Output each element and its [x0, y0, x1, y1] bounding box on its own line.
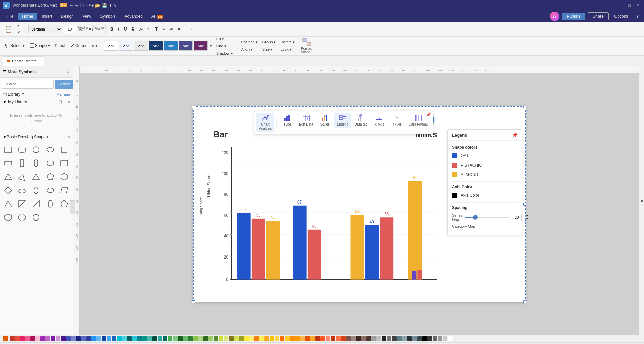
palette-swatch[interactable] [132, 336, 137, 341]
close-button[interactable]: ✕ [634, 3, 641, 8]
subscript-button[interactable]: x₂ [145, 26, 152, 32]
sidebar-collapse-handle[interactable]: › [70, 200, 75, 214]
menu-item-view[interactable]: View [78, 13, 95, 20]
palette-swatch[interactable] [107, 336, 111, 341]
palette-swatch[interactable] [20, 336, 25, 341]
palette-swatch[interactable] [417, 336, 422, 341]
palette-swatch[interactable] [371, 336, 376, 341]
palette-swatch[interactable] [163, 336, 167, 341]
palette-swatch[interactable] [76, 336, 81, 341]
line-button[interactable]: Line ▾ [214, 43, 235, 50]
palette-swatch[interactable] [15, 336, 20, 341]
palette-swatch[interactable] [366, 336, 371, 341]
palette-swatch[interactable] [402, 336, 407, 341]
shape-oval-h[interactable] [16, 184, 28, 196]
add-collection-button[interactable]: ⊞ [58, 99, 62, 104]
text-indent-button[interactable]: T [153, 26, 160, 33]
palette-swatch[interactable] [351, 336, 356, 341]
palette-swatch[interactable] [290, 336, 295, 341]
pistachio-color-swatch[interactable] [452, 163, 457, 168]
panel-collapse-button[interactable]: « [66, 69, 70, 75]
menu-item-file[interactable]: File [3, 13, 17, 20]
palette-swatch[interactable] [214, 336, 218, 341]
shape-rect-rounded-sm[interactable] [58, 157, 70, 169]
chart-tool-data-tag[interactable]: 123 45 Data tag [352, 113, 370, 128]
restore-button[interactable]: 🗗 [86, 3, 90, 8]
expand-format-button[interactable]: ↗ [188, 26, 195, 32]
style-swatch-4[interactable]: Abc [149, 41, 163, 51]
palette-swatch[interactable] [412, 336, 417, 341]
palette-swatch[interactable] [438, 336, 442, 341]
series-gap-value[interactable] [512, 214, 522, 221]
shape-pentagon[interactable] [44, 171, 56, 183]
palette-swatch[interactable] [407, 336, 412, 341]
maximize-button[interactable]: □ [626, 3, 633, 8]
palette-swatch[interactable] [122, 336, 127, 341]
align-arr-button[interactable]: Align ▾ [239, 46, 260, 53]
palette-swatch[interactable] [61, 336, 66, 341]
options-button[interactable]: Options [611, 13, 631, 20]
palette-swatch[interactable] [249, 336, 254, 341]
strikethrough-button[interactable]: S [130, 26, 136, 33]
style-swatch-3[interactable]: Abc [134, 41, 148, 51]
save-button[interactable]: 💾 [102, 3, 107, 8]
superscript-button[interactable]: x² [137, 26, 145, 33]
chart-tool-x-axis[interactable]: X X Axis [371, 113, 388, 128]
copy-button[interactable]: ⎘ [16, 29, 22, 36]
palette-swatch[interactable] [224, 336, 228, 341]
publish-button[interactable]: Publish [562, 13, 585, 20]
palette-swatch[interactable] [81, 336, 86, 341]
indent-button[interactable]: ⇥ [167, 26, 175, 33]
chart-tool-styles[interactable]: Styles [316, 113, 333, 128]
oat-color-swatch[interactable] [452, 153, 457, 158]
palette-swatch[interactable] [336, 336, 341, 341]
shape-rectangle-h[interactable] [2, 157, 14, 169]
help-button[interactable]: ? [633, 13, 641, 20]
palette-swatch[interactable] [71, 336, 76, 341]
shape-triangle-rt[interactable] [16, 198, 28, 210]
spacing-down-button[interactable]: ▼ [525, 218, 529, 222]
palette-swatch[interactable] [433, 336, 437, 341]
shape-triangle-rt2[interactable] [30, 198, 42, 210]
open-button[interactable]: 📂 [95, 3, 100, 8]
palette-swatch[interactable] [320, 336, 325, 341]
palette-swatch[interactable] [315, 336, 320, 341]
shape-triangle[interactable] [2, 171, 14, 183]
almond-color-swatch[interactable] [452, 172, 457, 177]
palette-swatch[interactable] [40, 336, 45, 341]
cut-button[interactable]: ✂ [15, 22, 22, 29]
search-input[interactable] [2, 80, 54, 89]
legend-pin-button[interactable]: 📌 [512, 132, 518, 138]
shape-rectangle-rounded[interactable] [16, 144, 28, 156]
series-gap-slider[interactable] [465, 217, 509, 218]
palette-swatch[interactable] [422, 336, 427, 341]
italic-button[interactable]: I [116, 26, 121, 33]
collapse-button[interactable]: ❐ [80, 3, 84, 8]
shape-hexagon2[interactable] [2, 211, 14, 224]
shape-oval-v[interactable] [30, 184, 42, 196]
palette-swatch[interactable] [158, 336, 162, 341]
palette-swatch[interactable] [56, 336, 60, 341]
palette-swatch[interactable] [173, 336, 178, 341]
export-button[interactable]: ⬆ [109, 3, 112, 8]
palette-color-indicator[interactable] [3, 336, 8, 341]
palette-swatch[interactable] [295, 336, 300, 341]
palette-swatch[interactable] [259, 336, 264, 341]
palette-swatch[interactable] [448, 336, 453, 341]
menu-item-design[interactable]: Design [57, 13, 77, 20]
rotate-button[interactable]: Rotate ▾ [278, 39, 296, 45]
shape-circle[interactable] [30, 144, 42, 156]
style-swatch-1[interactable]: Abc [104, 41, 118, 51]
palette-swatch[interactable] [254, 336, 259, 341]
palette-swatch[interactable] [280, 336, 284, 341]
new-button[interactable]: + [91, 3, 94, 8]
palette-swatch[interactable] [382, 336, 386, 341]
group-button[interactable]: Group ▾ [260, 39, 278, 45]
shape-triangle-up[interactable] [2, 198, 14, 210]
share-button[interactable]: Share [588, 12, 609, 20]
palette-swatch[interactable] [392, 336, 397, 341]
menu-item-ai[interactable]: AI hot [147, 13, 167, 20]
shape-circle2[interactable] [30, 211, 42, 224]
palette-swatch[interactable] [326, 336, 330, 341]
palette-swatch[interactable] [305, 336, 310, 341]
